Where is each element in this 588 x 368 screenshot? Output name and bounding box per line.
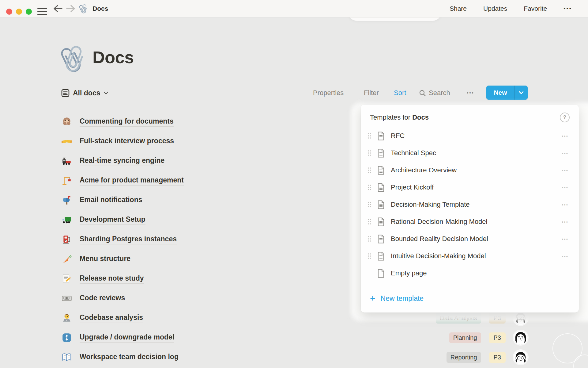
- template-more-icon[interactable]: •••: [562, 219, 568, 224]
- crane-icon: [61, 175, 72, 186]
- doc-title[interactable]: Upgrade / downgrade model: [80, 333, 174, 343]
- doc-list-item[interactable]: Development Setup: [61, 210, 184, 230]
- truck-icon: [61, 214, 72, 225]
- doc-list-item[interactable]: Real-time syncing engine: [61, 151, 184, 171]
- doc-list-item[interactable]: Full-stack interview process: [61, 132, 184, 151]
- new-button[interactable]: New: [486, 86, 528, 100]
- properties-button[interactable]: Properties: [313, 86, 344, 100]
- template-item[interactable]: Project Kickoff •••: [361, 179, 579, 196]
- templates-popover-header: Templates for Docs ?: [361, 105, 579, 125]
- menu-icon[interactable]: [37, 8, 47, 15]
- template-more-icon[interactable]: •••: [562, 254, 568, 259]
- doc-list-item[interactable]: Menu structure: [61, 249, 184, 269]
- template-more-icon[interactable]: •••: [562, 168, 568, 173]
- template-more-icon[interactable]: •••: [562, 236, 568, 242]
- doc-title[interactable]: Release note study: [80, 274, 144, 284]
- doc-title[interactable]: Commenting for documents: [80, 117, 174, 127]
- doc-list-item[interactable]: Codebase analysis: [61, 308, 184, 328]
- doc-list-item[interactable]: Sharding Postgres instances: [61, 230, 184, 249]
- drag-handle-icon: [368, 150, 371, 156]
- document-icon: [377, 252, 385, 261]
- template-label[interactable]: Bounded Reality Decision Model: [391, 235, 562, 243]
- forward-arrow-icon[interactable]: [66, 4, 76, 13]
- template-label[interactable]: RFC: [391, 132, 562, 140]
- carrot-icon: [61, 254, 72, 265]
- template-item[interactable]: Bounded Reality Decision Model •••: [361, 230, 579, 247]
- updates-button[interactable]: Updates: [483, 5, 507, 12]
- template-label[interactable]: Rational Decision-Making Model: [391, 218, 562, 226]
- doc-title[interactable]: Codebase analysis: [80, 313, 143, 323]
- close-window-button[interactable]: [6, 9, 12, 15]
- doc-title[interactable]: Acme for product management: [80, 176, 184, 186]
- category-tag[interactable]: Planning: [449, 332, 481, 343]
- doc-title[interactable]: Real-time syncing engine: [80, 156, 164, 166]
- favorite-button[interactable]: Favorite: [524, 5, 547, 12]
- filter-button[interactable]: Filter: [364, 86, 379, 100]
- search-icon: [419, 90, 426, 97]
- template-label[interactable]: Empty page: [391, 269, 568, 277]
- template-more-icon[interactable]: •••: [562, 202, 568, 207]
- new-template-button[interactable]: + New template: [361, 287, 579, 310]
- page-icon-linked-paperclips[interactable]: [59, 44, 89, 74]
- search-button[interactable]: Search: [419, 86, 450, 100]
- locomotive-icon: [61, 155, 72, 167]
- template-more-icon[interactable]: •••: [562, 151, 568, 156]
- doc-title[interactable]: Development Setup: [80, 215, 145, 225]
- open-book-icon: [61, 352, 72, 363]
- avatar-2[interactable]: [514, 331, 528, 345]
- drag-handle-icon: [368, 184, 371, 190]
- doc-title[interactable]: Full-stack interview process: [80, 137, 174, 146]
- priority-tag[interactable]: P3: [489, 332, 506, 343]
- help-icon[interactable]: ?: [560, 113, 570, 122]
- drag-handle-icon: [368, 133, 371, 139]
- template-item[interactable]: Decision-Making Template •••: [361, 196, 579, 213]
- doc-list-item[interactable]: Release note study: [61, 269, 184, 289]
- doc-title[interactable]: Code reviews: [80, 294, 125, 303]
- doc-title[interactable]: Email notifications: [80, 196, 142, 205]
- priority-tag[interactable]: P3: [489, 352, 506, 363]
- template-item[interactable]: Architecture Overview •••: [361, 162, 579, 179]
- zoom-window-button[interactable]: [26, 9, 32, 15]
- new-button-label[interactable]: New: [486, 86, 514, 100]
- category-tag[interactable]: Reporting: [447, 352, 481, 363]
- back-arrow-icon[interactable]: [53, 4, 63, 13]
- template-label[interactable]: Architecture Overview: [391, 166, 562, 174]
- new-button-caret[interactable]: [515, 86, 528, 100]
- window-controls: [6, 9, 32, 15]
- template-item[interactable]: Intuitive Decision-Making Model •••: [361, 247, 579, 265]
- fuel-pump-icon: [61, 234, 72, 245]
- titlebar-actions: Share Updates Favorite •••: [450, 0, 572, 17]
- memo-icon: [61, 273, 72, 284]
- doc-title[interactable]: Workspace team decision log: [80, 353, 179, 362]
- template-item[interactable]: Technical Spec •••: [361, 144, 579, 162]
- template-label[interactable]: Intuitive Decision-Making Model: [391, 252, 562, 260]
- doc-title[interactable]: Menu structure: [80, 255, 130, 264]
- doc-list-item[interactable]: Upgrade / downgrade model: [61, 328, 184, 347]
- document-icon: [377, 132, 385, 140]
- minimize-window-button[interactable]: [16, 9, 22, 15]
- doc-list-item[interactable]: Commenting for documents: [61, 112, 184, 132]
- template-label[interactable]: Technical Spec: [391, 149, 562, 157]
- template-item[interactable]: RFC •••: [361, 127, 579, 144]
- table-row-right: Planning P3: [449, 331, 528, 345]
- document-list: Commenting for documents Full-stack inte…: [61, 112, 184, 367]
- doc-title[interactable]: Sharding Postgres instances: [80, 235, 177, 244]
- sort-button[interactable]: Sort: [394, 86, 406, 100]
- toolbar-more-icon[interactable]: •••: [467, 86, 474, 100]
- share-button[interactable]: Share: [450, 5, 467, 12]
- more-options-icon[interactable]: •••: [564, 6, 572, 12]
- template-more-icon[interactable]: •••: [562, 185, 568, 190]
- doc-list-item[interactable]: Acme for product management: [61, 171, 184, 190]
- avatar-3[interactable]: [514, 350, 528, 364]
- doc-list-item[interactable]: Email notifications: [61, 190, 184, 210]
- up-down-arrow-icon: [61, 332, 72, 343]
- view-switcher[interactable]: All docs: [61, 86, 108, 100]
- template-item-empty-page[interactable]: Empty page: [361, 265, 579, 282]
- template-label[interactable]: Project Kickoff: [391, 183, 562, 191]
- doc-list-item[interactable]: Workspace team decision log: [61, 347, 184, 367]
- template-item[interactable]: Rational Decision-Making Model •••: [361, 213, 579, 230]
- doc-list-item[interactable]: Code reviews: [61, 289, 184, 308]
- template-label[interactable]: Decision-Making Template: [391, 201, 562, 209]
- template-more-icon[interactable]: •••: [562, 133, 568, 139]
- drag-handle-icon: [368, 167, 371, 173]
